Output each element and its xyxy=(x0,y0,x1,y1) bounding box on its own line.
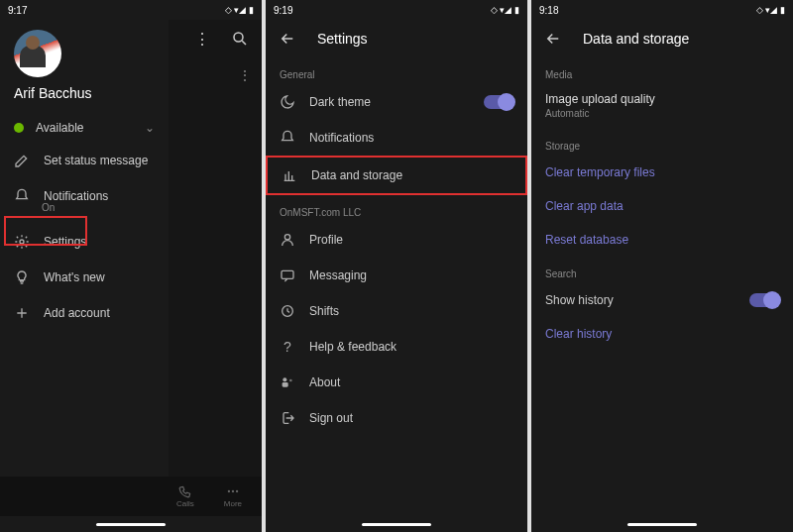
chart-icon xyxy=(282,167,297,183)
clock: 9:17 xyxy=(8,5,27,16)
header: Data and storage xyxy=(531,20,793,57)
home-indicator[interactable] xyxy=(266,516,527,532)
set-status-label: Set status message xyxy=(44,154,148,167)
data-storage-item[interactable]: Data and storage xyxy=(266,156,527,195)
section-org: OnMSFT.com LLC xyxy=(266,195,527,222)
svg-point-0 xyxy=(20,240,24,244)
settings-label: Settings xyxy=(44,235,86,249)
presence-label: Available xyxy=(36,121,83,135)
reset-db-item[interactable]: Reset database xyxy=(531,223,793,257)
clock-icon xyxy=(280,303,295,319)
edit-icon xyxy=(14,153,30,168)
upload-quality-sub: Automatic xyxy=(531,108,793,129)
plus-icon xyxy=(14,305,30,321)
show-history-toggle[interactable] xyxy=(749,293,779,307)
messaging-item[interactable]: Messaging xyxy=(266,258,527,293)
about-label: About xyxy=(309,375,340,389)
about-item[interactable]: About xyxy=(266,365,527,400)
signout-label: Sign out xyxy=(309,411,353,425)
page-title: Data and storage xyxy=(583,31,689,47)
signout-icon xyxy=(280,410,295,426)
bulb-icon xyxy=(14,269,30,285)
content-more-icon[interactable]: ⋮ xyxy=(169,57,262,93)
add-account-label: Add account xyxy=(44,306,110,320)
avatar[interactable] xyxy=(14,30,61,77)
home-indicator[interactable] xyxy=(0,516,262,532)
section-media: Media xyxy=(531,57,793,84)
bottom-nav: Calls More xyxy=(0,477,262,516)
status-bar: 9:19 ◇ ▾◢ ▮ xyxy=(266,0,527,20)
notifications-label: Notifications xyxy=(44,189,108,203)
screen-settings: 9:19 ◇ ▾◢ ▮ Settings General Dark theme … xyxy=(266,0,527,532)
presence-dot-icon xyxy=(14,123,24,133)
nav-more[interactable]: More xyxy=(224,484,242,508)
notifications-sub: On xyxy=(42,202,55,213)
section-general: General xyxy=(266,57,527,84)
nav-calls[interactable]: Calls xyxy=(176,484,194,508)
clear-temp-item[interactable]: Clear temporary files xyxy=(531,156,793,189)
profile-label: Profile xyxy=(309,233,343,247)
clear-history-item[interactable]: Clear history xyxy=(531,317,793,351)
help-label: Help & feedback xyxy=(309,340,396,354)
status-bar: 9:18 ◇ ▾◢ ▮ xyxy=(531,0,793,20)
upload-quality-item[interactable]: Image upload quality xyxy=(531,84,793,108)
search-icon[interactable] xyxy=(230,29,250,49)
svg-point-3 xyxy=(232,490,234,492)
svg-point-9 xyxy=(289,379,292,382)
back-icon[interactable] xyxy=(278,29,297,49)
set-status-item[interactable]: Set status message xyxy=(0,143,169,178)
add-account-item[interactable]: Add account xyxy=(0,295,169,331)
shifts-label: Shifts xyxy=(309,304,339,318)
svg-rect-6 xyxy=(282,270,293,278)
whats-new-item[interactable]: What's new xyxy=(0,260,169,295)
svg-rect-10 xyxy=(283,382,288,387)
svg-point-1 xyxy=(234,33,243,42)
show-history-label: Show history xyxy=(545,293,614,307)
messaging-label: Messaging xyxy=(309,268,367,282)
show-history-item[interactable]: Show history xyxy=(531,283,793,317)
gear-icon xyxy=(14,234,30,250)
home-indicator[interactable] xyxy=(531,516,793,532)
whats-new-label: What's new xyxy=(44,270,105,284)
status-icons: ◇ ▾◢ ▮ xyxy=(225,5,254,15)
page-title: Settings xyxy=(317,31,368,47)
dark-theme-label: Dark theme xyxy=(309,95,371,109)
chevron-down-icon: ⌄ xyxy=(145,121,155,135)
clock: 9:18 xyxy=(539,5,558,16)
teams-icon xyxy=(280,374,295,390)
profile-item[interactable]: Profile xyxy=(266,222,527,258)
screen-profile-menu: 9:17 ◇ ▾◢ ▮ Arif Bacchus Available ⌄ Set… xyxy=(0,0,262,532)
svg-point-4 xyxy=(236,490,238,492)
person-icon xyxy=(280,232,295,248)
question-icon: ? xyxy=(280,339,295,355)
svg-point-8 xyxy=(283,377,286,381)
dark-theme-item[interactable]: Dark theme xyxy=(266,84,527,120)
notifications-label: Notifications xyxy=(309,131,374,145)
chat-icon xyxy=(280,267,295,283)
clear-app-data-item[interactable]: Clear app data xyxy=(531,189,793,223)
status-icons: ◇ ▾◢ ▮ xyxy=(756,5,785,15)
status-icons: ◇ ▾◢ ▮ xyxy=(491,5,519,15)
svg-point-2 xyxy=(228,490,230,492)
bell-icon xyxy=(14,188,30,204)
presence-row[interactable]: Available ⌄ xyxy=(0,113,169,143)
header: Settings xyxy=(266,20,527,57)
notifications-item[interactable]: Notifications On xyxy=(0,178,169,224)
moon-icon xyxy=(280,94,295,110)
bell-icon xyxy=(280,130,295,146)
shifts-item[interactable]: Shifts xyxy=(266,293,527,329)
dark-theme-toggle[interactable] xyxy=(484,95,513,109)
back-icon[interactable] xyxy=(543,29,563,49)
notifications-item[interactable]: Notifications xyxy=(266,120,527,156)
clock: 9:19 xyxy=(274,5,292,16)
username: Arif Bacchus xyxy=(14,85,169,101)
data-storage-label: Data and storage xyxy=(311,168,402,182)
section-search: Search xyxy=(531,257,793,283)
more-vert-icon[interactable]: ⋮ xyxy=(192,29,212,49)
section-storage: Storage xyxy=(531,129,793,156)
status-bar: 9:17 ◇ ▾◢ ▮ xyxy=(0,0,262,20)
settings-item[interactable]: Settings xyxy=(0,224,169,260)
help-item[interactable]: ? Help & feedback xyxy=(266,329,527,365)
screen-data-storage: 9:18 ◇ ▾◢ ▮ Data and storage Media Image… xyxy=(531,0,793,532)
signout-item[interactable]: Sign out xyxy=(266,400,527,436)
